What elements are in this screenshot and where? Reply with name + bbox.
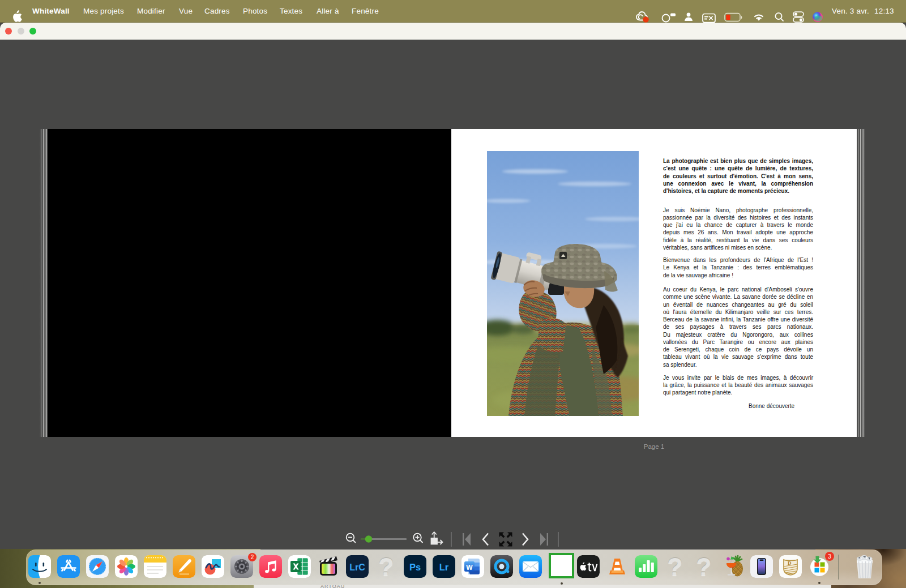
svg-text:Ps: Ps xyxy=(409,562,421,572)
svg-text:Lr: Lr xyxy=(439,562,449,572)
svg-text:LrC: LrC xyxy=(349,563,365,572)
svg-text:D: D xyxy=(788,560,792,566)
svg-text:W: W xyxy=(466,564,473,572)
